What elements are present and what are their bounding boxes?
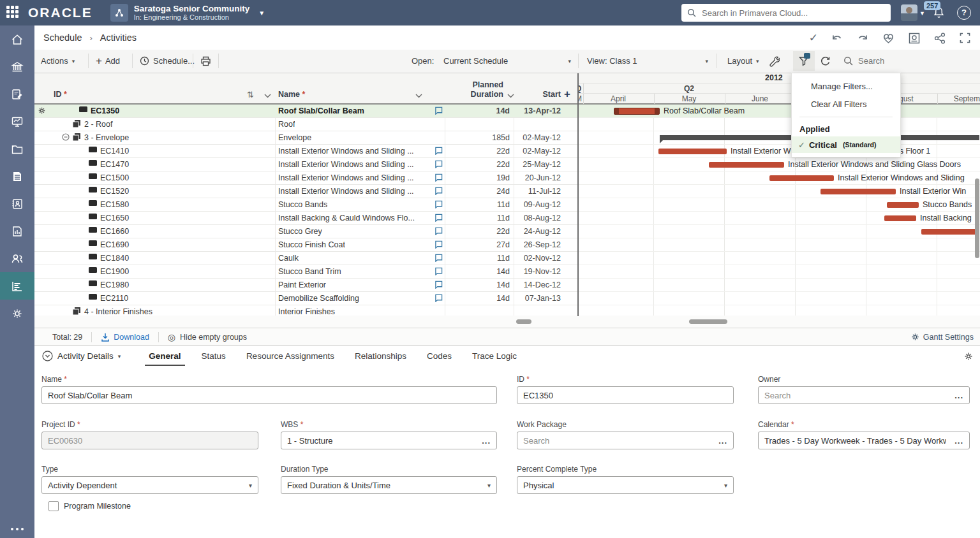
note-icon[interactable] [434,147,443,155]
snapshot-icon[interactable] [908,32,921,45]
calendar-field[interactable]: Trades - 5 Day Workweek - Trades - 5 Day… [758,432,970,449]
filter-button-active[interactable] [793,51,815,71]
owner-field[interactable]: Search... [758,386,970,404]
refresh-button[interactable] [820,50,831,72]
col-header-start[interactable]: Start [515,90,561,99]
hide-empty-groups-button[interactable]: ◎ Hide empty groups [168,332,247,342]
add-button[interactable]: +Add [96,50,120,72]
sidebar-item-files[interactable] [0,135,34,163]
row-gear-icon[interactable] [38,106,46,115]
sidebar-item-documents[interactable] [0,163,34,190]
chevron-down-icon[interactable] [415,94,422,98]
print-button[interactable] [200,50,211,72]
gantt-hscroll-thumb[interactable] [689,319,727,324]
collapse-icon[interactable] [62,133,70,141]
table-row[interactable]: EC1580Stucco Bands11d09-Aug-12 [34,198,577,212]
table-row[interactable]: 3 - EnvelopeEnvelope185d02-May-12 [34,131,577,145]
download-button[interactable]: Download [101,333,149,342]
workspace-switcher[interactable]: Saratoga Senior Community In: Engineerin… [134,4,250,22]
id-field[interactable] [517,386,734,404]
sidebar-item-settings[interactable] [0,300,34,327]
health-heart-icon[interactable] [882,32,895,44]
work-package-field[interactable]: Search... [517,432,734,449]
gantt-settings-button[interactable]: Gantt Settings [910,332,974,342]
table-row[interactable]: EC1470Install Exterior Windows and Slidi… [34,158,577,171]
type-select[interactable]: Activity Dependent▾ [41,476,258,494]
sidebar-item-schedule[interactable] [0,272,34,300]
table-row[interactable]: 4 - Interior FinishesInterior Finishes [34,305,577,316]
gantt-bar-EC1660[interactable] [921,229,979,235]
tab-general[interactable]: General [138,345,191,367]
note-icon[interactable] [434,280,443,289]
table-row[interactable]: EC1980Paint Exterior14d14-Dec-12 [34,279,577,292]
avatar-caret-icon[interactable]: ▼ [919,10,925,17]
chevron-down-icon[interactable] [264,94,271,98]
global-search-input[interactable] [701,8,885,18]
table-row[interactable]: EC1690Stucco Finish Coat27d26-Sep-12 [34,238,577,252]
col-header-id[interactable]: ID * [54,90,67,99]
sidebar-more-icon[interactable] [11,528,24,530]
pane-divider[interactable] [577,73,579,316]
gantt-bar-EC1410[interactable] [658,149,727,154]
note-icon[interactable] [434,106,443,115]
gantt-vertical-scrollbar[interactable] [975,150,979,316]
note-icon[interactable] [434,267,443,275]
note-icon[interactable] [434,254,443,262]
chevron-down-icon[interactable] [507,94,514,98]
tab-trace-logic[interactable]: Trace Logic [462,345,527,367]
open-schedule-select[interactable]: Current Schedule▾ [443,50,571,72]
undo-icon[interactable] [831,33,843,44]
wbs-picker-icon[interactable]: ... [482,436,491,446]
note-icon[interactable] [434,214,443,222]
col-header-name[interactable]: Name * [278,90,305,99]
table-row[interactable]: EC1840Caulk11d02-Nov-12 [34,252,577,265]
sidebar-item-home[interactable] [0,25,34,53]
table-row[interactable]: 2 - RoofRoof [34,118,577,131]
duration-type-select[interactable]: Fixed Duration & Units/Time▾ [281,476,497,494]
program-milestone-checkbox[interactable] [48,501,59,511]
sidebar-item-portfolio[interactable] [0,53,34,80]
gantt-bar-EC1650[interactable] [884,215,916,221]
sidebar-item-dashboards[interactable] [0,108,34,135]
table-row[interactable]: EC1500Install Exterior Windows and Slidi… [34,171,577,185]
gantt-bar-EC1500[interactable] [769,175,834,181]
table-row[interactable]: EC1900Stucco Band Trim14d19-Nov-12 [34,265,577,279]
layout-button[interactable]: Layout▾ [727,50,759,72]
calendar-picker-icon[interactable]: ... [954,436,963,446]
help-icon[interactable]: ? [957,6,971,20]
owner-picker-icon[interactable]: ... [954,391,963,400]
tab-codes[interactable]: Codes [417,345,462,367]
schedule-button[interactable]: Schedule... [140,50,195,72]
breadcrumb-schedule[interactable]: Schedule [43,33,82,43]
gantt-bar-EC1350[interactable] [614,108,660,115]
sidebar-item-contacts[interactable] [0,190,34,217]
table-row[interactable]: EC1520Install Exterior Windows and Slidi… [34,185,577,198]
tools-button[interactable] [768,50,780,72]
tab-relationships[interactable]: Relationships [345,345,417,367]
table-hscroll-thumb[interactable] [516,319,531,324]
sidebar-item-resources[interactable] [0,245,34,272]
project-caret-icon[interactable]: ▼ [258,10,265,17]
gantt-bar-EC1520[interactable] [820,189,896,194]
table-row[interactable]: EC1410Install Exterior Windows and Slidi… [34,145,577,158]
menu-item-applied-critical[interactable]: ✓ Critical (Standard) [792,136,900,153]
note-icon[interactable] [434,160,443,168]
notification-count-badge[interactable]: 257 [924,1,940,10]
gantt-bar-EC1470[interactable] [709,162,784,168]
activity-details-selector[interactable]: Activity Details ▾ [42,351,121,361]
app-grid-icon[interactable] [6,6,20,20]
global-search[interactable] [681,4,891,22]
note-icon[interactable] [434,294,443,302]
table-row[interactable]: EC1650Install Backing & Cauld Windows Fl… [34,212,577,225]
tab-resource-assignments[interactable]: Resource Assignments [236,345,345,367]
sidebar-item-reports[interactable] [0,217,34,245]
tab-status[interactable]: Status [191,345,236,367]
menu-item-clear-all-filters[interactable]: Clear All Filters [792,95,900,113]
table-row[interactable]: EC2110Demobilize Scaffolding14d07-Jan-13 [34,292,577,305]
approve-check-icon[interactable]: ✓ [809,31,818,45]
fullscreen-icon[interactable] [959,32,971,44]
name-field[interactable] [41,386,497,404]
menu-item-manage-filters[interactable]: Manage Filters... [792,77,900,95]
table-row[interactable]: EC1660Stucco Grey22d24-Aug-12 [34,225,577,238]
col-header-planned-duration[interactable]: PlannedDuration [430,80,503,100]
